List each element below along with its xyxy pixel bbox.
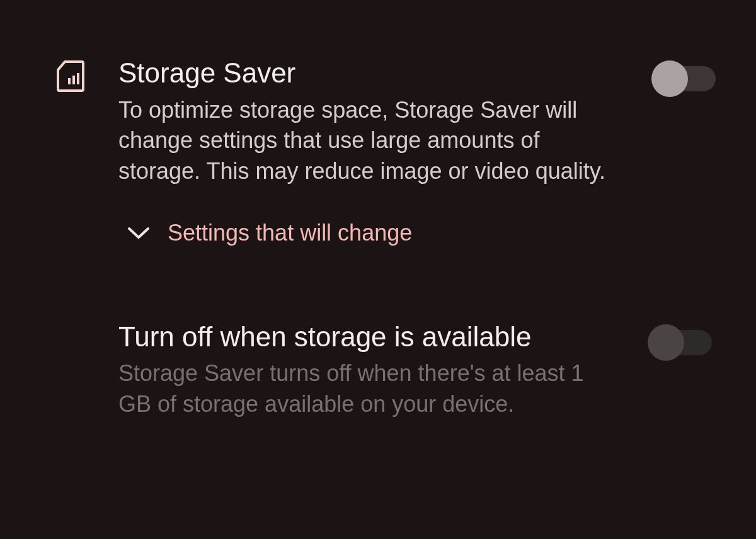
storage-saver-title: Storage Saver: [118, 57, 620, 90]
storage-saver-setting: Storage Saver To optimize storage space,…: [57, 57, 718, 246]
sd-card-icon: [57, 57, 87, 94]
svg-rect-2: [77, 73, 79, 84]
svg-rect-1: [72, 76, 75, 84]
auto-off-description: Storage Saver turns off when there's at …: [118, 358, 622, 419]
settings-that-will-change-toggle[interactable]: Settings that will change: [127, 220, 620, 246]
storage-saver-toggle[interactable]: [651, 60, 718, 97]
auto-off-toggle[interactable]: [648, 324, 714, 361]
auto-off-title: Turn off when storage is available: [118, 321, 622, 354]
svg-rect-0: [68, 78, 71, 84]
chevron-down-icon: [127, 226, 150, 240]
settings-that-will-change-label: Settings that will change: [168, 220, 412, 246]
auto-off-setting: Turn off when storage is available Stora…: [118, 321, 718, 420]
storage-saver-description: To optimize storage space, Storage Saver…: [118, 95, 620, 187]
